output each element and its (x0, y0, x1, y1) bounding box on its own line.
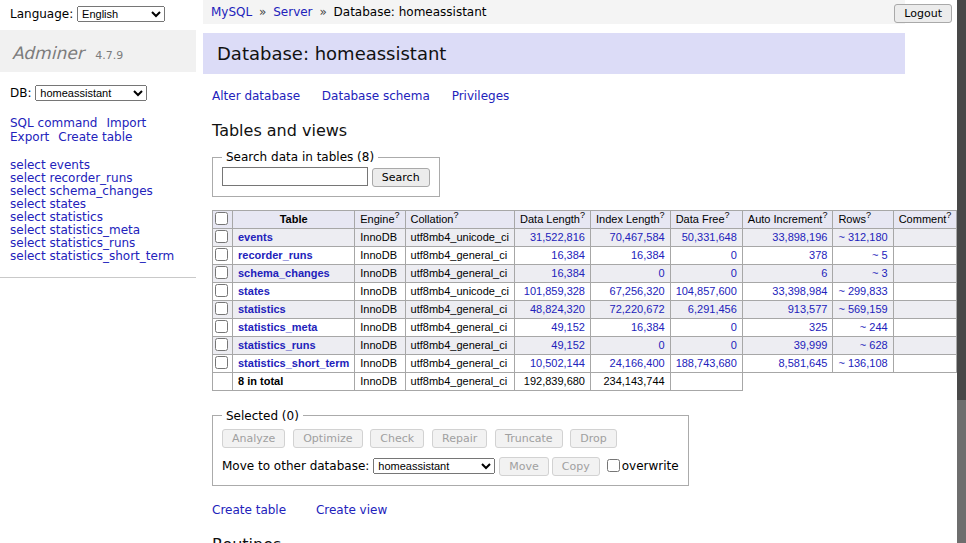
table-name-link[interactable]: states (238, 285, 270, 297)
repair-button[interactable]: Repair (432, 429, 487, 448)
search-input[interactable] (222, 167, 368, 186)
data-length-link[interactable]: 49,152 (551, 321, 585, 333)
check-button[interactable]: Check (370, 429, 424, 448)
auto-increment-link[interactable]: 39,999 (794, 339, 828, 351)
comment-cell (893, 318, 957, 336)
overwrite-checkbox[interactable] (607, 459, 620, 472)
table-name-link[interactable]: statistics_short_term (238, 357, 349, 369)
rows-count-link[interactable]: ~ 3 (872, 267, 888, 279)
rows-count-link[interactable]: ~ 244 (860, 321, 888, 333)
db-select[interactable]: homeassistant (35, 85, 147, 101)
auto-increment-link[interactable]: 325 (809, 321, 827, 333)
index-length-link[interactable]: 70,467,584 (610, 231, 665, 243)
auto-increment-link[interactable]: 913,577 (788, 303, 828, 315)
data-free-link[interactable]: 6,291,456 (688, 303, 737, 315)
scrollbar-thumb[interactable] (957, 0, 966, 400)
data-free-link[interactable]: 188,743,680 (676, 357, 737, 369)
language-select[interactable]: English (77, 6, 165, 22)
auto-increment-link[interactable]: 8,581,645 (778, 357, 827, 369)
database-schema-link[interactable]: Database schema (322, 89, 430, 103)
data-free-cell: 0 (670, 336, 742, 354)
table-name-link[interactable]: statistics_meta (238, 321, 318, 333)
index-length-link[interactable]: 24,166,400 (610, 357, 665, 369)
index-length-link[interactable]: 67,256,320 (610, 285, 665, 297)
auto-increment-link[interactable]: 33,398,984 (772, 285, 827, 297)
rows-count-link[interactable]: ~ 5 (872, 249, 888, 261)
overwrite-label: overwrite (622, 459, 679, 473)
data-length-link[interactable]: 16,384 (551, 249, 585, 261)
data-free-link[interactable]: 104,857,600 (676, 285, 737, 297)
table-name-cell: statistics_meta (233, 318, 355, 336)
data-free-link[interactable]: 50,331,648 (682, 231, 737, 243)
row-select-checkbox[interactable] (215, 248, 228, 261)
data-free-link[interactable]: 0 (731, 267, 737, 279)
truncate-button[interactable]: Truncate (495, 429, 562, 448)
vertical-scrollbar[interactable] (957, 0, 966, 543)
move-button[interactable]: Move (499, 457, 549, 476)
index-length-link[interactable]: 72,220,672 (610, 303, 665, 315)
search-button[interactable]: Search (372, 168, 430, 187)
index-length-link[interactable]: 16,384 (631, 249, 665, 261)
auto-increment-link[interactable]: 33,898,196 (772, 231, 827, 243)
rows-count-link[interactable]: ~ 569,159 (838, 303, 887, 315)
adminer-page: Language: English Adminer 4.7.9 DB: home… (0, 0, 966, 543)
collation-cell: utf8mb4_general_ci (405, 246, 514, 264)
data-free-link[interactable]: 0 (731, 249, 737, 261)
table-row: statistics_metaInnoDButf8mb4_general_ci4… (213, 318, 957, 336)
sidebar-table-link-statistics-short-term[interactable]: select statistics_short_term (10, 250, 186, 263)
main-content: MySQL » Server » Database: homeassistant… (203, 0, 905, 543)
auto-increment-link[interactable]: 378 (809, 249, 827, 261)
rows-count-cell: ~ 299,833 (833, 282, 893, 300)
optimize-button[interactable]: Optimize (293, 429, 362, 448)
data-length-link[interactable]: 101,859,328 (524, 285, 585, 297)
create-table-side-link[interactable]: Create table (58, 130, 132, 144)
create-table-link[interactable]: Create table (212, 503, 286, 517)
row-select-checkbox[interactable] (215, 230, 228, 243)
table-name-link[interactable]: recorder_runs (238, 249, 313, 261)
drop-button[interactable]: Drop (570, 429, 616, 448)
table-name-link[interactable]: statistics_runs (238, 339, 316, 351)
sql-command-link[interactable]: SQL command (10, 116, 97, 130)
tables-footer: 8 in total InnoDB utf8mb4_general_ci 192… (213, 372, 957, 390)
data-length-link[interactable]: 48,824,320 (530, 303, 585, 315)
breadcrumb-mysql-link[interactable]: MySQL (211, 5, 252, 19)
alter-database-link[interactable]: Alter database (212, 89, 300, 103)
row-select-checkbox[interactable] (215, 356, 228, 369)
comment-cell (893, 336, 957, 354)
data-length-link[interactable]: 16,384 (551, 267, 585, 279)
row-select-checkbox[interactable] (215, 284, 228, 297)
privileges-link[interactable]: Privileges (452, 89, 510, 103)
analyze-button[interactable]: Analyze (222, 429, 285, 448)
row-select-checkbox[interactable] (215, 302, 228, 315)
row-select-checkbox[interactable] (215, 338, 228, 351)
move-database-select[interactable]: homeassistant (373, 458, 495, 474)
index-length-link[interactable]: 0 (659, 339, 665, 351)
index-length-link[interactable]: 16,384 (631, 321, 665, 333)
table-name-link[interactable]: schema_changes (238, 267, 330, 279)
data-free-link[interactable]: 0 (731, 321, 737, 333)
auto-increment-link[interactable]: 6 (821, 267, 827, 279)
header-table: Table (233, 210, 355, 228)
create-view-link[interactable]: Create view (316, 503, 387, 517)
total-collation-cell: utf8mb4_general_ci (405, 372, 514, 390)
data-length-link[interactable]: 31,522,816 (530, 231, 585, 243)
data-length-link[interactable]: 49,152 (551, 339, 585, 351)
row-select-checkbox[interactable] (215, 320, 228, 333)
row-select-checkbox[interactable] (215, 266, 228, 279)
data-length-link[interactable]: 10,502,144 (530, 357, 585, 369)
rows-count-link[interactable]: ~ 299,833 (838, 285, 887, 297)
rows-count-link[interactable]: ~ 628 (860, 339, 888, 351)
copy-button[interactable]: Copy (552, 457, 600, 476)
index-length-link[interactable]: 0 (659, 267, 665, 279)
table-name-link[interactable]: statistics (238, 303, 286, 315)
rows-count-link[interactable]: ~ 136,108 (838, 357, 887, 369)
data-free-link[interactable]: 0 (731, 339, 737, 351)
logout-button[interactable]: Logout (894, 4, 952, 23)
export-link[interactable]: Export (10, 130, 49, 144)
rows-count-link[interactable]: ~ 312,180 (838, 231, 887, 243)
table-name-link[interactable]: events (238, 231, 273, 243)
select-all-checkbox[interactable] (215, 212, 228, 225)
index-length-cell: 24,166,400 (590, 354, 670, 372)
import-link[interactable]: Import (106, 116, 146, 130)
breadcrumb-server-link[interactable]: Server (273, 5, 312, 19)
